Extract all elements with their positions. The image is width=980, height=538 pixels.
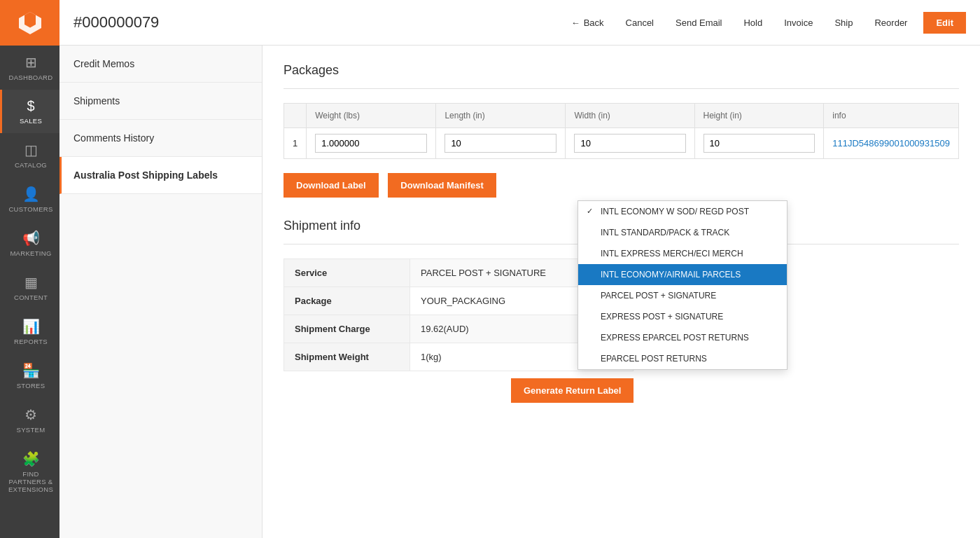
- sidebar-item-label: Content: [14, 294, 48, 301]
- header-actions: ← Back Cancel Send Email Hold Invoice Sh…: [566, 12, 966, 34]
- table-row: 1 111JD54869900100093150: [284, 128, 959, 159]
- main-panel: Packages Weight (lbs) Length (in) Width …: [262, 46, 980, 538]
- catalog-icon: ◫: [24, 142, 38, 158]
- sidebar: ⊞ Dashboard $ Sales ◫ Catalog 👤 Customer…: [0, 0, 59, 538]
- ship-button[interactable]: Ship: [829, 14, 858, 32]
- sidebar-item-catalog[interactable]: ◫ Catalog: [0, 133, 59, 177]
- back-arrow-icon: ←: [571, 18, 580, 28]
- height-input[interactable]: [704, 134, 816, 153]
- nav-item-shipments[interactable]: Shipments: [59, 83, 262, 120]
- width-cell[interactable]: [566, 128, 694, 159]
- sidebar-item-sales[interactable]: $ Sales: [0, 90, 59, 133]
- send-email-button[interactable]: Send Email: [670, 14, 727, 32]
- height-cell[interactable]: [694, 128, 824, 159]
- sidebar-item-label: Catalog: [15, 161, 47, 169]
- dashboard-icon: ⊞: [25, 54, 37, 71]
- info-label-weight: Shipment Weight: [284, 343, 410, 371]
- top-header: #000000079 ← Back Cancel Send Email Hold…: [59, 0, 980, 46]
- tracking-number[interactable]: 111JD548699001000931509: [824, 128, 959, 159]
- invoice-button[interactable]: Invoice: [778, 14, 818, 32]
- sidebar-item-reports[interactable]: 📊 Reports: [0, 310, 59, 354]
- info-label-package: Package: [284, 287, 410, 315]
- generate-return-label-button[interactable]: Generate Return Label: [511, 378, 634, 403]
- content-icon: ▦: [24, 274, 38, 291]
- col-header-width: Width (in): [566, 104, 694, 128]
- col-header-length: Length (in): [436, 104, 566, 128]
- dropdown-item-intl-standard[interactable]: INTL STANDARD/PACK & TRACK: [578, 222, 787, 243]
- width-input[interactable]: [574, 134, 685, 153]
- content-layout: Credit Memos Shipments Comments History …: [59, 46, 980, 538]
- check-icon: ✓: [587, 207, 595, 216]
- back-button[interactable]: ← Back: [566, 14, 610, 32]
- return-label-row: ✓ INTL ECONOMY W SOD/ REGD POST INTL STA…: [284, 378, 959, 417]
- info-label-charge: Shipment Charge: [284, 315, 410, 343]
- dropdown-item-express-post-sig[interactable]: EXPRESS POST + SIGNATURE: [578, 306, 787, 327]
- sales-icon: $: [27, 98, 34, 114]
- main-wrapper: #000000079 ← Back Cancel Send Email Hold…: [59, 0, 980, 538]
- reports-icon: 📊: [22, 318, 40, 335]
- sidebar-item-stores[interactable]: 🏪 Stores: [0, 354, 59, 398]
- nav-item-aus-post-labels[interactable]: Australia Post Shipping Labels: [59, 157, 262, 194]
- sidebar-item-label: System: [17, 426, 46, 434]
- dropdown-item-parcel-post-sig[interactable]: PARCEL POST + SIGNATURE: [578, 285, 787, 306]
- col-header-weight: Weight (lbs): [307, 104, 436, 128]
- length-cell[interactable]: [436, 128, 566, 159]
- download-buttons-row: Download Label Download Manifest: [284, 173, 959, 198]
- sidebar-item-label: Stores: [17, 382, 46, 389]
- stores-icon: 🏪: [22, 362, 40, 379]
- weight-input[interactable]: [315, 134, 427, 153]
- sidebar-item-label: Find Partners & Extensions: [6, 470, 56, 493]
- reorder-button[interactable]: Reorder: [869, 14, 913, 32]
- sidebar-logo: [0, 0, 59, 46]
- edit-button[interactable]: Edit: [923, 12, 966, 34]
- left-nav: Credit Memos Shipments Comments History …: [59, 46, 262, 538]
- service-dropdown[interactable]: ✓ INTL ECONOMY W SOD/ REGD POST INTL STA…: [578, 200, 788, 370]
- sidebar-item-label: Dashboard: [9, 74, 53, 81]
- sidebar-item-system[interactable]: ⚙ System: [0, 398, 59, 442]
- packages-divider: [284, 88, 959, 89]
- dropdown-item-intl-economy-airmail[interactable]: INTL ECONOMY/AIRMAIL PARCELS: [578, 264, 787, 285]
- partners-icon: 🧩: [22, 450, 40, 467]
- sidebar-item-label: Customers: [8, 205, 52, 213]
- sidebar-item-label: Marketing: [10, 249, 51, 257]
- col-header-height: Height (in): [694, 104, 824, 128]
- sidebar-item-customers[interactable]: 👤 Customers: [0, 177, 59, 221]
- cancel-button[interactable]: Cancel: [620, 14, 659, 32]
- nav-item-comments-history[interactable]: Comments History: [59, 120, 262, 157]
- dropdown-item-eparcel-returns[interactable]: EPARCEL POST RETURNS: [578, 348, 787, 369]
- info-label-service: Service: [284, 259, 410, 287]
- download-label-button[interactable]: Download Label: [284, 173, 379, 198]
- sidebar-item-partners[interactable]: 🧩 Find Partners & Extensions: [0, 442, 59, 502]
- sidebar-item-marketing[interactable]: 📢 Marketing: [0, 221, 59, 265]
- marketing-icon: 📢: [22, 230, 40, 247]
- dropdown-item-intl-economy-sod[interactable]: ✓ INTL ECONOMY W SOD/ REGD POST: [578, 201, 787, 222]
- packages-title: Packages: [284, 63, 959, 78]
- sidebar-item-dashboard[interactable]: ⊞ Dashboard: [0, 46, 59, 90]
- length-input[interactable]: [444, 134, 556, 153]
- download-manifest-button[interactable]: Download Manifest: [388, 173, 496, 198]
- customers-icon: 👤: [22, 186, 40, 202]
- col-header-info: info: [824, 104, 959, 128]
- row-num: 1: [284, 128, 307, 159]
- nav-item-credit-memos[interactable]: Credit Memos: [59, 46, 262, 83]
- col-header-num: [284, 104, 307, 128]
- sidebar-item-content[interactable]: ▦ Content: [0, 265, 59, 310]
- packages-table: Weight (lbs) Length (in) Width (in) Heig…: [284, 103, 959, 159]
- dropdown-item-express-eparcel[interactable]: EXPRESS EPARCEL POST RETURNS: [578, 327, 787, 348]
- sidebar-item-label: Sales: [20, 117, 42, 125]
- system-icon: ⚙: [24, 406, 37, 423]
- page-title: #000000079: [74, 13, 566, 32]
- hold-button[interactable]: Hold: [738, 14, 768, 32]
- weight-cell[interactable]: [307, 128, 436, 159]
- sidebar-item-label: Reports: [14, 338, 48, 345]
- dropdown-item-intl-express[interactable]: INTL EXPRESS MERCH/ECI MERCH: [578, 243, 787, 264]
